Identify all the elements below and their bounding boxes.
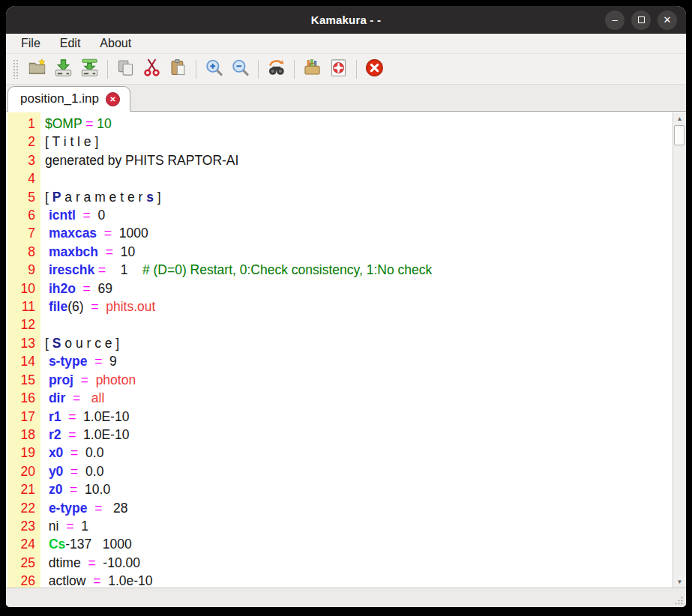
line-number: 11 xyxy=(7,298,40,315)
line-number: 22 xyxy=(7,499,40,517)
code-text: [ P a r a m e t e r s ] xyxy=(40,188,161,206)
close-icon: ✕ xyxy=(664,15,672,25)
minimize-button[interactable]: – xyxy=(605,10,625,30)
tab-bar: position_1.inp ✕ xyxy=(6,85,686,111)
copy-button[interactable] xyxy=(113,57,138,82)
code-line: 21 z0 = 10.0 xyxy=(7,480,672,498)
code-text: file(6) = phits.out xyxy=(40,298,155,315)
line-number: 17 xyxy=(7,408,40,426)
quit-button[interactable] xyxy=(362,57,387,82)
code-text: s-type = 9 xyxy=(40,352,117,370)
code-text: ni = 1 xyxy=(40,517,88,535)
find-icon xyxy=(266,58,286,81)
help-button[interactable] xyxy=(326,57,351,82)
code-text: dtime = -10.00 xyxy=(40,554,140,572)
toolbar-separator xyxy=(196,60,196,79)
scroll-down-button[interactable]: ▼ xyxy=(673,576,686,588)
code-text xyxy=(40,315,45,333)
code-text: e-type = 28 xyxy=(40,499,127,517)
code-line: 5[ P a r a m e t e r s ] xyxy=(7,188,672,206)
line-number: 10 xyxy=(7,280,40,298)
scroll-up-button[interactable]: ▲ xyxy=(673,112,686,124)
line-number: 26 xyxy=(7,572,40,588)
code-text: actlow = 1.0e-10 xyxy=(40,572,153,588)
tab-label: position_1.inp xyxy=(20,91,99,106)
zoom-out-button[interactable] xyxy=(228,57,253,82)
line-number: 19 xyxy=(7,444,40,462)
cut-button[interactable] xyxy=(139,57,164,82)
tab-position-1-inp[interactable]: position_1.inp ✕ xyxy=(7,86,130,112)
menu-bar: File Edit About xyxy=(6,34,686,54)
code-line: 6 icntl = 0 xyxy=(7,206,672,224)
code-text xyxy=(40,169,45,187)
code-text: generated by PHITS RAPTOR-AI xyxy=(40,151,238,169)
editor[interactable]: 1$OMP = 102[ T i t l e ]3generated by PH… xyxy=(6,111,686,588)
code-line: 9 ireschk = 1 # (D=0) Restart, 0:Check c… xyxy=(7,261,672,279)
code-line: 12 xyxy=(7,315,672,333)
line-number: 3 xyxy=(7,151,40,169)
line-number: 6 xyxy=(7,206,40,224)
maximize-button[interactable] xyxy=(631,10,651,30)
quit-icon xyxy=(364,58,385,81)
save-file-button[interactable] xyxy=(77,57,102,82)
find-button[interactable] xyxy=(264,57,289,82)
window-title: Kamakura - - xyxy=(311,13,381,26)
code-line: 11 file(6) = phits.out xyxy=(7,298,672,315)
code-line: 23 ni = 1 xyxy=(7,517,672,535)
line-number: 12 xyxy=(7,315,40,333)
code-line: 16 dir = all xyxy=(7,389,672,407)
toolbar-separator xyxy=(258,60,259,79)
tab-close-button[interactable]: ✕ xyxy=(106,92,120,106)
code-line: 3generated by PHITS RAPTOR-AI xyxy=(7,151,672,169)
paste-button[interactable] xyxy=(166,57,190,82)
line-number: 8 xyxy=(7,243,40,261)
line-number: 7 xyxy=(7,224,40,242)
menu-item-edit[interactable]: Edit xyxy=(60,37,81,50)
line-number: 2 xyxy=(7,133,40,151)
help-icon xyxy=(328,58,349,81)
scroll-thumb[interactable] xyxy=(674,125,685,145)
menu-item-about[interactable]: About xyxy=(100,37,131,50)
line-number: 20 xyxy=(7,462,40,480)
title-bar[interactable]: Kamakura - - – ✕ xyxy=(6,6,686,34)
new-file-button[interactable] xyxy=(25,57,49,82)
code-line: 19 x0 = 0.0 xyxy=(7,444,672,462)
line-number: 25 xyxy=(7,554,40,572)
code-line: 14 s-type = 9 xyxy=(7,352,672,370)
save-file-icon xyxy=(79,58,100,81)
code-text: ireschk = 1 # (D=0) Restart, 0:Check con… xyxy=(40,261,432,279)
toolbar xyxy=(6,54,686,85)
tools-button[interactable] xyxy=(300,57,325,82)
code-line: 22 e-type = 28 xyxy=(7,499,672,517)
code-line: 25 dtime = -10.00 xyxy=(7,554,672,572)
line-number: 18 xyxy=(7,426,40,444)
tools-icon xyxy=(302,58,322,81)
menu-item-file[interactable]: File xyxy=(21,37,40,50)
code-lines: 1$OMP = 102[ T i t l e ]3generated by PH… xyxy=(7,112,672,588)
new-file-icon xyxy=(27,58,47,81)
close-button[interactable]: ✕ xyxy=(658,10,677,30)
code-line: 24 Cs-137 1000 xyxy=(7,535,672,553)
toolbar-separator xyxy=(107,60,108,79)
open-file-icon xyxy=(53,58,73,81)
line-number: 9 xyxy=(7,261,40,279)
scroll-up-icon: ▲ xyxy=(677,115,683,122)
zoom-in-button[interactable] xyxy=(202,57,226,82)
line-number: 16 xyxy=(7,389,40,407)
open-file-button[interactable] xyxy=(51,57,76,82)
code-text: [ T i t l e ] xyxy=(40,133,98,151)
code-text: r2 = 1.0E-10 xyxy=(40,426,129,444)
code-text: proj = photon xyxy=(40,371,136,389)
code-text: r1 = 1.0E-10 xyxy=(40,408,129,426)
code-line: 17 r1 = 1.0E-10 xyxy=(7,408,672,426)
code-text: maxcas = 1000 xyxy=(40,224,148,242)
copy-icon xyxy=(115,58,136,81)
line-number: 24 xyxy=(7,535,40,553)
toolbar-grip[interactable] xyxy=(13,59,19,79)
resize-grip[interactable] xyxy=(674,595,684,605)
line-number: 4 xyxy=(7,169,40,187)
minimize-icon: – xyxy=(612,15,617,25)
zoom-out-icon xyxy=(230,58,250,81)
vertical-scrollbar[interactable]: ▲ ▼ xyxy=(673,112,686,588)
line-number: 5 xyxy=(7,188,40,206)
